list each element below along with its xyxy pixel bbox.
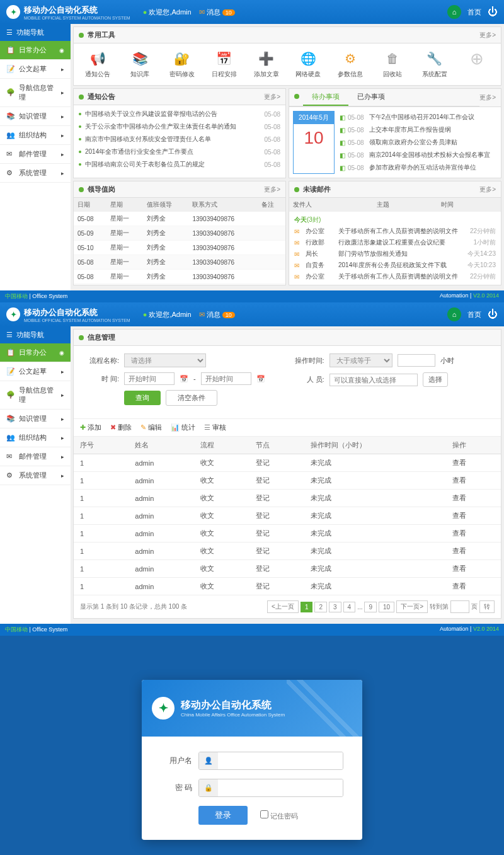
sidebar-item[interactable]: 📚知识管理▸ <box>0 107 71 126</box>
tool-item[interactable]: 🔐密码修改 <box>162 50 203 79</box>
more-link[interactable]: 更多> <box>264 185 280 194</box>
sidebar-item[interactable]: ⚙系统管理▸ <box>0 164 71 183</box>
notice-panel: 通知公告更多> 中国移动关于设立作风建设监督举报电话的公告05-08关于公示全市… <box>73 88 286 178</box>
nav-icon: ⚙ <box>6 169 15 178</box>
more-link[interactable]: 更多> <box>479 93 496 102</box>
more-link[interactable]: 更多> <box>479 31 496 40</box>
sidebar-item[interactable]: 📝公文起草▸ <box>0 60 71 79</box>
table-row: 05-10星期一刘秀全139039409876 <box>74 241 285 255</box>
sidebar-item[interactable]: ⚙系统管理▸ <box>0 466 71 485</box>
tool-item[interactable]: 🗑回收站 <box>372 50 413 79</box>
power-icon[interactable]: ⏻ <box>488 309 498 320</box>
prev-page[interactable]: <上一页 <box>267 600 299 613</box>
page-button[interactable]: 10 <box>379 602 394 612</box>
op-hours-input[interactable] <box>398 354 435 367</box>
toolbar-审核[interactable]: ☰审核 <box>204 423 226 432</box>
list-item[interactable]: 中国移动关于设立作风建设监督举报电话的公告05-08 <box>79 108 280 120</box>
password-input[interactable] <box>218 779 343 796</box>
more-link[interactable]: 更多> <box>264 93 280 101</box>
person-input[interactable] <box>329 374 418 386</box>
view-link[interactable]: 查看 <box>446 507 501 525</box>
tool-item[interactable]: 📅日程安排 <box>203 50 244 79</box>
list-item[interactable]: ◧05-08下午2点中国移动召开2014年工作会议 <box>340 111 497 123</box>
goto-button[interactable]: 转 <box>479 600 495 613</box>
nav-icon: 📚 <box>6 112 15 121</box>
page-button[interactable]: 4 <box>343 602 356 612</box>
page-button[interactable]: 2 <box>314 602 327 612</box>
tab-done[interactable]: 已办事项 <box>348 89 394 106</box>
calendar-icon[interactable]: 📅 <box>180 375 188 383</box>
sidebar-item[interactable]: 👥组织结构▸ <box>0 428 71 447</box>
page-button[interactable]: 3 <box>329 602 341 612</box>
sidebar-item[interactable]: 📋日常办公◉ <box>0 41 71 60</box>
tool-item[interactable]: ➕添加文章 <box>246 50 287 79</box>
power-icon[interactable]: ⏻ <box>488 6 498 18</box>
person-select-button[interactable]: 选择 <box>423 372 448 387</box>
tool-item[interactable]: 📢通知公告 <box>77 50 118 79</box>
mail-item[interactable]: ✉行政部行政廉洁形象建设工程重要点会议纪要1小时前 <box>294 237 496 248</box>
view-link[interactable]: 查看 <box>446 525 501 542</box>
view-link[interactable]: 查看 <box>446 560 501 578</box>
toolbar-统计[interactable]: 📊统计 <box>171 423 195 432</box>
nav-icon: ✉ <box>6 452 15 461</box>
message-link[interactable]: ✉ 消息 10 <box>199 8 235 17</box>
list-item[interactable]: ◧05-08参加市政府举办的互动活动并宣传单位 <box>340 161 497 174</box>
list-item[interactable]: ◧05-08领取南京政府办公室公务员津贴 <box>340 136 497 149</box>
view-link[interactable]: 查看 <box>446 578 501 595</box>
toolbar-删除[interactable]: ✖删除 <box>110 423 132 432</box>
search-button[interactable]: 查询 <box>124 391 161 405</box>
time-start-input[interactable] <box>124 372 175 385</box>
sidebar-item[interactable]: ✉邮件管理▸ <box>0 145 71 164</box>
op-select[interactable]: 大于或等于 <box>329 353 392 367</box>
list-item[interactable]: 关于公示全市中国移动办公生产双主体责任名单的通知05-08 <box>79 120 280 133</box>
next-page[interactable]: 下一页> <box>396 600 428 613</box>
page-button[interactable]: 9 <box>364 602 377 612</box>
flow-select[interactable]: 请选择 <box>124 353 206 367</box>
nav-header: ☰ 功能导航 <box>0 24 71 41</box>
tool-icon: ⚙ <box>341 50 359 67</box>
sidebar-item[interactable]: 📝公文起草▸ <box>0 362 71 381</box>
list-item[interactable]: 中国移动南京公司关于表彰备位员工的规定05-08 <box>79 158 280 171</box>
time-end-input[interactable] <box>201 372 251 385</box>
tool-item[interactable]: 📚知识库 <box>120 50 161 79</box>
view-link[interactable]: 查看 <box>446 454 501 472</box>
mail-item[interactable]: ✉局长部门劳动节放假相关通知今天14:23 <box>294 248 496 260</box>
view-link[interactable]: 查看 <box>446 490 501 507</box>
mail-item[interactable]: ✉自贡务2014年度所有公务员征税政策文件下载今天10:23 <box>294 260 496 271</box>
sidebar-item[interactable]: 🌳导航信息管理▸ <box>0 79 71 107</box>
tab-pending[interactable]: 待办事项 <box>303 89 348 106</box>
add-tool[interactable]: ⊕ <box>456 50 497 79</box>
sidebar-item[interactable]: 📚知识管理▸ <box>0 410 71 428</box>
view-link[interactable]: 查看 <box>446 472 501 490</box>
home-button[interactable]: ⌂ <box>447 5 461 19</box>
list-item[interactable]: 2014年全市通信行业安全生产工作要点05-08 <box>79 146 280 158</box>
tool-item[interactable]: ⚙参数信息 <box>330 50 371 79</box>
username-input[interactable] <box>218 752 343 769</box>
list-item[interactable]: 南京市中国移动支付系统安全管理责任人名单05-08 <box>79 133 280 146</box>
sidebar-item[interactable]: ✉邮件管理▸ <box>0 447 71 466</box>
chevron-icon: ▸ <box>61 113 64 120</box>
sidebar-item[interactable]: 🌳导航信息管理▸ <box>0 381 71 410</box>
view-link[interactable]: 查看 <box>446 542 501 560</box>
sidebar-item[interactable]: 👥组织结构▸ <box>0 126 71 145</box>
clear-button[interactable]: 清空条件 <box>166 390 217 406</box>
page-button[interactable]: 1 <box>301 602 313 612</box>
toolbar-添加[interactable]: ✚添加 <box>80 423 101 432</box>
goto-input[interactable] <box>450 600 469 613</box>
tool-item[interactable]: 🔧系统配置 <box>414 50 455 79</box>
login-button[interactable]: 登录 <box>198 806 248 825</box>
home-button[interactable]: ⌂ <box>447 307 461 321</box>
remember-checkbox[interactable]: 记住密码 <box>260 810 298 821</box>
list-item[interactable]: ◧05-08上交本年度市局工作报告提纲 <box>340 123 497 136</box>
sidebar-item[interactable]: 📋日常办公◉ <box>0 343 71 362</box>
tool-item[interactable]: 🌐网络硬盘 <box>288 50 329 79</box>
topbar: ✦移动办公自动化系统MOBILE OFFICIAL SYSTEM AUTOMAT… <box>0 302 504 326</box>
mail-item[interactable]: ✉办公室关于移动所有工作人员薪资调整的说明文件22分钟前 <box>294 226 496 237</box>
message-link[interactable]: ✉ 消息 10 <box>199 310 235 319</box>
list-item[interactable]: ◧05-08南京2014年全国移动技术投标大会报名事宜 <box>340 149 497 161</box>
home-label[interactable]: 首页 <box>467 8 481 17</box>
calendar-icon[interactable]: 📅 <box>256 375 265 383</box>
toolbar-编辑[interactable]: ✎编辑 <box>140 423 162 432</box>
more-link[interactable]: 更多> <box>479 185 496 194</box>
mail-item[interactable]: ✉办公室关于移动所有工作人员薪资调整的说明文件22分钟前 <box>294 271 496 282</box>
